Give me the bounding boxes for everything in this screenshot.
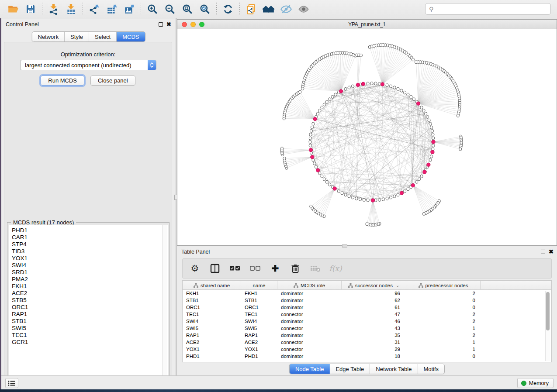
column-header-mcds-role[interactable]: MCDS role [277,281,342,290]
tab-select[interactable]: Select [89,32,116,41]
network-window-titlebar[interactable]: YPA_prune.txt_1 [177,20,557,29]
mcds-list-scrollbar[interactable] [162,225,167,385]
tab-node-table[interactable]: Node Table [290,364,330,374]
mcds-result-item[interactable]: YOX1 [12,255,168,262]
table-cell: dominator [277,290,342,297]
tab-network[interactable]: Network [32,32,64,41]
hide-selected-button[interactable] [277,2,295,17]
run-mcds-button[interactable]: Run MCDS [41,76,84,86]
refresh-view-button[interactable] [219,2,237,17]
sort-chevron-icon[interactable]: ⌄ [396,283,399,288]
table-row[interactable]: RAP1RAP1dominator352 [183,332,551,339]
mcds-result-item[interactable]: SRD1 [12,269,168,276]
horizontal-splitter-handle[interactable] [342,244,347,248]
mcds-result-list[interactable]: PHD1CAR1STP4TID3YOX1SWI4SRD1PMA2FKH1ACE2… [9,225,168,385]
close-table-panel-icon[interactable]: ✖ [549,250,554,254]
show-all-button[interactable] [295,2,312,17]
tab-network-table[interactable]: Network Table [370,364,417,374]
export-network-button[interactable] [86,2,103,17]
mcds-result-item[interactable]: STP4 [12,241,168,248]
mcds-result-item[interactable]: ACE2 [12,290,168,297]
table-scrollbar-thumb[interactable] [546,292,550,330]
tab-motifs[interactable]: Motifs [417,364,444,374]
tab-style[interactable]: Style [64,32,89,41]
table-row[interactable]: SWI5SWI5connector431 [183,325,551,332]
mcds-result-item[interactable]: CAR1 [12,234,168,241]
table-row[interactable]: ORC1ORC1dominator610 [183,304,551,311]
delete-table-button-disabled [310,263,321,274]
table-row[interactable]: FKH1FKH1dominator962 [183,290,551,297]
zoom-fit-button[interactable] [179,2,196,17]
table-cell: SWI4 [183,318,241,325]
mcds-result-item[interactable]: SWI4 [12,262,168,269]
first-neighbors-button[interactable] [260,2,277,17]
delete-column-button[interactable] [290,263,301,274]
import-table-button[interactable] [62,2,80,17]
table-cell: 46 [342,318,406,325]
mcds-result-item[interactable]: STB1 [12,318,168,325]
import-network-button[interactable] [45,2,62,17]
column-view-button[interactable] [210,263,220,274]
eye-slash-icon [280,3,292,15]
table-cell: YOX1 [183,346,241,353]
float-table-panel-icon[interactable] [541,250,545,254]
table-settings-button[interactable]: ⚙ [190,263,200,274]
table-row[interactable]: TEC1TEC1connector472 [183,311,551,318]
table-row[interactable]: SWI4SWI4dominator462 [183,318,551,325]
table-scrollbar[interactable] [545,291,550,361]
mcds-result-item[interactable]: TID3 [12,248,168,255]
mcds-result-item[interactable]: STB5 [12,297,168,304]
column-label: shared name [201,283,230,288]
memory-button[interactable]: Memory [517,378,554,388]
table-cell: 43 [342,325,406,332]
column-header-shared-name[interactable]: shared name [183,281,241,290]
table-cell: dominator [277,304,342,311]
save-session-button[interactable] [22,2,39,17]
mcds-result-item[interactable]: GCR1 [12,339,168,346]
optimization-criterion-select[interactable]: largest connected component (undirected) [20,60,156,70]
select-all-columns-button[interactable] [230,263,240,274]
mcds-result-item[interactable]: TEC1 [12,332,168,339]
task-history-button[interactable] [5,378,18,388]
mcds-result-item[interactable]: FKH1 [12,283,168,290]
column-header-predecessor-nodes[interactable]: predecessor nodes [406,281,481,290]
float-panel-icon[interactable] [159,22,163,27]
table-cell: RAP1 [183,332,241,339]
mcds-result-item[interactable]: SWI5 [12,325,168,332]
zoom-out-button[interactable] [161,2,179,17]
table-row[interactable]: STB1STB1dominator620 [183,297,551,304]
tab-mcds[interactable]: MCDS [116,32,145,41]
mcds-result-item[interactable]: ORC1 [12,304,168,311]
column-header-name[interactable]: name [241,281,277,290]
column-header-successor-nodes[interactable]: successor nodes ⌄ [342,281,406,290]
add-column-button[interactable]: ✚ [270,263,280,274]
copy-network-button[interactable] [242,2,260,17]
table-row[interactable]: YOX1YOX1connector291 [183,346,551,353]
node-table[interactable]: shared name name MCDS role [182,280,552,362]
mcds-result-item[interactable]: PMA2 [12,276,168,283]
memory-label: Memory [529,380,549,386]
table-cell: 2 [406,332,481,339]
toolbar-separator [216,3,217,16]
network-window-title: YPA_prune.txt_1 [177,21,557,28]
open-session-button[interactable] [4,2,22,17]
close-panel-icon[interactable]: ✖ [166,22,171,27]
table-cell: 0 [406,304,481,311]
table-row[interactable]: PHD1PHD1dominator180 [183,353,551,360]
unselect-all-columns-button[interactable] [250,263,260,274]
column-label: name [253,283,266,288]
search-box[interactable]: ⚲ [425,3,551,15]
mcds-result-item[interactable]: PHD1 [12,227,168,234]
mcds-result-item[interactable]: RAP1 [12,311,168,318]
export-image-button[interactable] [121,2,138,17]
search-input[interactable] [435,6,550,12]
zoom-out-icon [164,3,176,15]
export-table-button[interactable] [103,2,121,17]
list-icon [8,380,16,386]
zoom-in-button[interactable] [144,2,161,17]
table-row[interactable]: ACE2ACE2connector311 [183,339,551,346]
tab-edge-table[interactable]: Edge Table [329,364,370,374]
network-canvas[interactable] [177,29,557,245]
zoom-selected-button[interactable] [196,2,214,17]
close-panel-button[interactable]: Close panel [90,76,135,86]
